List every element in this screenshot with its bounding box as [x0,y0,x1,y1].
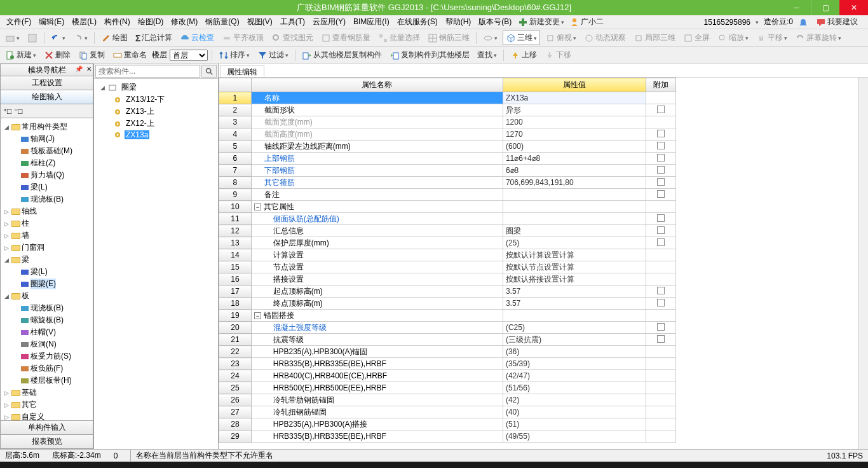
prop-attach[interactable] [646,201,675,213]
component-item[interactable]: ◢ 圈梁 [94,81,218,93]
prop-attach[interactable] [646,273,675,286]
property-row[interactable]: 21抗震等级(三级抗震) [219,334,676,346]
search-input[interactable] [95,65,200,78]
open-button[interactable]: ▾ [3,32,22,45]
prop-value[interactable]: (42) [503,394,646,406]
two-d-button[interactable]: ▾ [480,32,500,45]
tree-item[interactable]: 梁(L) [1,266,93,278]
checkbox[interactable] [657,154,665,162]
property-row[interactable]: 1名称ZX13a [219,92,676,104]
search-button[interactable] [201,65,217,78]
property-row[interactable]: 16搭接设置按默认搭接设置计算 [219,273,676,286]
find-view-button[interactable]: 查找图元 [269,31,316,45]
prop-attach[interactable] [646,225,675,237]
prop-value[interactable]: (51/56) [503,382,646,394]
new-button[interactable]: 新建▾ [3,48,39,62]
up-button[interactable]: 上移 [508,48,539,62]
property-row[interactable]: 5轴线距梁左边线距离(mm)(600) [219,141,676,153]
property-row[interactable]: 2截面形状异形 [219,104,676,116]
menu-cloud[interactable]: 云应用(Y) [309,17,349,27]
dynamic-view-button[interactable]: 动态观察 [581,31,628,45]
view-rebar-button[interactable]: 查看钢筋量 [318,31,373,45]
tree-item[interactable]: 板洞(N) [1,338,93,350]
menu-edit[interactable]: 编辑(E) [35,17,68,27]
tree-item[interactable]: 板负筋(F) [1,362,93,375]
prop-attach[interactable] [646,141,675,153]
bell-icon[interactable] [798,17,808,27]
tree-item[interactable]: 楼层板带(H) [1,375,93,387]
menu-rebar[interactable]: 钢筋量(Q) [201,17,243,27]
menu-file[interactable]: 文件(F) [3,17,35,27]
prop-value[interactable]: 按默认搭接设置计算 [503,273,646,286]
prop-attach[interactable] [646,189,675,201]
checkbox[interactable] [657,287,665,294]
suggest-button[interactable]: 我要建议 [813,15,860,29]
component-item[interactable]: ZX13/12-下 [94,93,218,106]
component-item[interactable]: ZX13-上 [94,106,218,118]
tree-item[interactable]: 梁(L) [1,181,93,193]
property-row[interactable]: 12汇总信息圈梁 [219,225,676,237]
prop-value[interactable]: (35/39) [503,358,646,370]
menu-help[interactable]: 帮助(H) [442,17,475,27]
prop-attach[interactable] [646,286,675,298]
new-change-button[interactable]: 新建变更▾ [515,15,567,29]
prop-attach[interactable] [646,418,675,430]
prop-value[interactable]: 异形 [503,104,646,116]
find-button[interactable]: 查找▾ [475,48,499,62]
tree-item[interactable]: ▷ 基础 [1,387,93,399]
menu-component[interactable]: 构件(N) [100,17,134,27]
tab-property-edit[interactable]: 属性编辑 [220,65,264,77]
component-tree[interactable]: ◢ 圈梁 ZX13/12-下 ZX13-上 ZX12-上 ZX13a [94,79,218,449]
tree-item[interactable]: 圈梁(E) [1,278,93,290]
drawing-button[interactable]: 绘图 [98,31,130,45]
property-row[interactable]: 24HRB400(C),HRB400E(CE),HRBF(42/47) [219,370,676,382]
collapse-icon[interactable]: ⁻□ [14,107,22,116]
pin-icon[interactable]: 📌 [75,65,83,72]
prop-value[interactable]: (36) [503,346,646,358]
prop-value[interactable]: 11⌀6+4⌀8 [503,153,646,165]
prop-attach[interactable] [646,430,675,443]
prop-attach[interactable] [646,382,675,394]
property-row[interactable]: 23HRB335(B),HRB335E(BE),HRBF(35/39) [219,358,676,370]
prop-value[interactable]: (40) [503,406,646,418]
prop-attach[interactable] [646,370,675,382]
single-input-button[interactable]: 单构件输入 [0,421,93,435]
prop-attach[interactable] [646,406,675,418]
prop-attach[interactable] [646,334,675,346]
prop-value[interactable]: 按默认计算设置计算 [503,249,646,261]
prop-value[interactable]: (49/55) [503,430,646,443]
prop-attach[interactable] [646,104,675,116]
property-row[interactable]: 27冷轧扭钢筋锚固(40) [219,406,676,418]
prop-value[interactable]: (C25) [503,322,646,334]
pan-button[interactable]: 平移▾ [754,31,790,45]
prop-attach[interactable] [646,116,675,128]
floor-select[interactable]: 首层 [170,50,208,61]
zoom-button[interactable]: 缩放▾ [715,31,751,45]
save-button[interactable] [25,32,40,45]
menu-draw[interactable]: 绘图(D) [134,17,168,27]
prop-value[interactable]: 706,699,843,191,80 [503,177,646,189]
local-3d-button[interactable]: 局部三维 [631,31,678,45]
user-button[interactable]: 广小二 [567,15,606,29]
property-row[interactable]: 8其它箍筋706,699,843,191,80 [219,177,676,189]
report-preview-button[interactable]: 报表预览 [0,435,93,449]
tree-item[interactable]: 框柱(Z) [1,157,93,169]
prop-value[interactable]: (600) [503,141,646,153]
prop-attach[interactable] [646,394,675,406]
sort-button[interactable]: 排序▾ [216,48,252,62]
checkbox[interactable] [657,323,665,331]
maximize-button[interactable]: ▢ [811,0,839,15]
copy-from-button[interactable]: 从其他楼层复制构件 [299,48,384,62]
property-row[interactable]: 7下部钢筋6⌀8 [219,165,676,177]
property-row[interactable]: 11侧面纵筋(总配筋值) [219,213,676,225]
col-name[interactable]: 属性名称 [251,78,503,92]
level-button[interactable]: 平齐板顶 [219,31,266,45]
prop-value[interactable] [503,201,646,213]
property-row[interactable]: 19−锚固搭接 [219,310,676,322]
tree-item[interactable]: 螺旋板(B) [1,314,93,326]
three-d-button[interactable]: 三维▾ [503,31,540,45]
tree-item[interactable]: ▷ 轴线 [1,205,93,217]
property-row[interactable]: 4截面高度(mm)1270 [219,128,676,141]
checkbox[interactable] [657,190,665,198]
tree-item[interactable]: ▷ 柱 [1,217,93,230]
